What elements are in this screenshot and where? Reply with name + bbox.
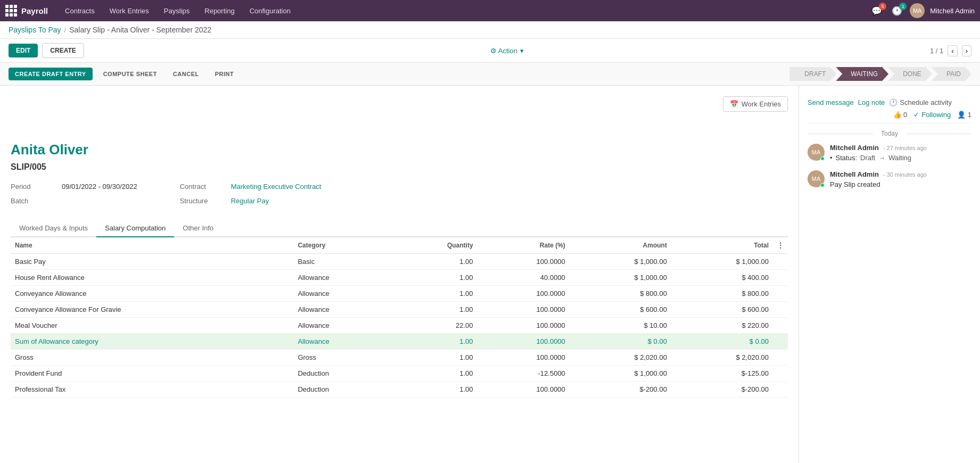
app-logo[interactable]: Payroll bbox=[5, 5, 48, 16]
slip-number: SLIP/005 bbox=[11, 162, 788, 172]
status-bar: CREATE DRAFT ENTRY COMPUTE SHEET CANCEL … bbox=[0, 63, 980, 86]
bullet-icon: • bbox=[830, 154, 833, 162]
send-message-button[interactable]: Send message bbox=[808, 98, 854, 106]
today-divider: Today bbox=[808, 130, 971, 137]
step-draft[interactable]: DRAFT bbox=[789, 67, 836, 81]
cell-name: Conveyance Allowance For Gravie bbox=[11, 302, 293, 318]
tab-other-info[interactable]: Other Info bbox=[174, 220, 222, 237]
step-paid[interactable]: PAID bbox=[932, 67, 971, 81]
col-header-amount: Amount bbox=[570, 237, 671, 254]
cell-category: Deduction bbox=[293, 366, 392, 382]
structure-link[interactable]: Regular Pay bbox=[231, 197, 269, 205]
edit-button[interactable]: EDIT bbox=[9, 44, 38, 57]
left-panel: 📅 Work Entries Anita Oliver SLIP/005 Per… bbox=[0, 86, 799, 463]
cell-rate: 100.0000 bbox=[477, 350, 570, 366]
cell-total: $-125.00 bbox=[671, 366, 773, 382]
cell-rate: 40.0000 bbox=[477, 270, 570, 286]
contract-link[interactable]: Marketing Executive Contract bbox=[231, 183, 322, 191]
following-label: Following bbox=[921, 111, 951, 119]
message-body: Pay Slip created bbox=[830, 180, 971, 188]
app-name: Payroll bbox=[21, 6, 48, 15]
row-actions bbox=[773, 270, 788, 286]
cell-name: Conveyance Allowance bbox=[11, 286, 293, 302]
compute-sheet-button[interactable]: COMPUTE SHEET bbox=[98, 68, 162, 80]
step-done[interactable]: DONE bbox=[888, 67, 932, 81]
schedule-activity-button[interactable]: 🕐 Schedule activity bbox=[889, 98, 952, 106]
action-dropdown[interactable]: ⚙ Action ▾ bbox=[490, 47, 524, 55]
clock-icon: 🕐 bbox=[889, 98, 897, 106]
cell-quantity: 1.00 bbox=[392, 366, 477, 382]
likes-count: 0 bbox=[903, 111, 907, 119]
row-actions bbox=[773, 318, 788, 334]
cell-amount: $-200.00 bbox=[570, 382, 671, 398]
cell-amount: $ 0.00 bbox=[570, 334, 671, 350]
cell-total: $ 400.00 bbox=[671, 270, 773, 286]
period-label: Period bbox=[11, 183, 53, 191]
prev-page-button[interactable]: ‹ bbox=[948, 45, 957, 56]
create-draft-entry-button[interactable]: CREATE DRAFT ENTRY bbox=[9, 68, 93, 80]
work-entries-button[interactable]: 📅 Work Entries bbox=[723, 96, 788, 112]
cell-name[interactable]: Sum of Allowance category bbox=[11, 334, 293, 350]
messages-button[interactable]: 💬5 bbox=[869, 4, 884, 18]
tabs: Worked Days & Inputs Salary Computation … bbox=[11, 220, 788, 237]
message-content: Mitchell Admin - 30 minutes ago Pay Slip… bbox=[830, 170, 971, 188]
nav-item-contracts[interactable]: Contracts bbox=[59, 4, 101, 18]
tab-worked-days[interactable]: Worked Days & Inputs bbox=[11, 220, 96, 237]
cell-quantity: 1.00 bbox=[392, 302, 477, 318]
nav-item-payslips[interactable]: Payslips bbox=[158, 4, 196, 18]
info-left: Period 09/01/2022 - 09/30/2022 Batch bbox=[11, 183, 137, 209]
cell-quantity: 22.00 bbox=[392, 318, 477, 334]
create-button[interactable]: CREATE bbox=[42, 43, 84, 58]
table-row: House Rent Allowance Allowance 1.00 40.0… bbox=[11, 270, 788, 286]
likes-area[interactable]: 👍 0 bbox=[893, 111, 907, 119]
message-time: - 30 minutes ago bbox=[883, 171, 927, 178]
tab-salary-computation[interactable]: Salary Computation bbox=[96, 220, 174, 237]
cell-category: Basic bbox=[293, 254, 392, 270]
workflow-steps: DRAFT WAITING DONE PAID bbox=[790, 67, 971, 81]
col-header-rate: Rate (%) bbox=[477, 237, 570, 254]
cell-rate: 100.0000 bbox=[477, 286, 570, 302]
check-icon: ✓ bbox=[913, 111, 919, 119]
breadcrumb-current: Salary Slip - Anita Oliver - September 2… bbox=[69, 26, 211, 34]
print-button[interactable]: PRINT bbox=[210, 68, 240, 80]
message-author: Mitchell Admin bbox=[830, 144, 879, 152]
message-item: MA Mitchell Admin - 30 minutes ago Pay S… bbox=[808, 170, 971, 188]
nav-item-work-entries[interactable]: Work Entries bbox=[103, 4, 155, 18]
cell-rate: 100.0000 bbox=[477, 382, 570, 398]
cell-name: Provident Fund bbox=[11, 366, 293, 382]
nav-item-reporting[interactable]: Reporting bbox=[198, 4, 241, 18]
step-waiting[interactable]: WAITING bbox=[836, 67, 888, 81]
cell-total: $ 1,000.00 bbox=[671, 254, 773, 270]
cell-amount: $ 1,000.00 bbox=[570, 270, 671, 286]
cell-total: $ 600.00 bbox=[671, 302, 773, 318]
cell-name: Professional Tax bbox=[11, 382, 293, 398]
row-actions bbox=[773, 334, 788, 350]
row-actions bbox=[773, 382, 788, 398]
grid-icon bbox=[5, 5, 17, 16]
cell-amount: $ 10.00 bbox=[570, 318, 671, 334]
following-button[interactable]: ✓ Following bbox=[913, 111, 951, 119]
avatar: MA bbox=[808, 170, 825, 187]
activity-button[interactable]: 🕐1 bbox=[890, 4, 904, 18]
cancel-button[interactable]: CANCEL bbox=[168, 68, 204, 80]
breadcrumb: Payslips To Pay / Salary Slip - Anita Ol… bbox=[0, 21, 980, 39]
cell-total: $ 2,020.00 bbox=[671, 350, 773, 366]
breadcrumb-parent[interactable]: Payslips To Pay bbox=[9, 26, 61, 34]
cell-category: Allowance bbox=[293, 270, 392, 286]
nav-item-configuration[interactable]: Configuration bbox=[243, 4, 297, 18]
cell-amount: $ 600.00 bbox=[570, 302, 671, 318]
user-name[interactable]: Mitchell Admin bbox=[930, 7, 975, 15]
online-indicator bbox=[820, 156, 825, 161]
cell-name: Gross bbox=[11, 350, 293, 366]
avatar: MA bbox=[808, 144, 825, 161]
batch-label: Batch bbox=[11, 197, 53, 205]
calendar-icon: 📅 bbox=[730, 100, 738, 108]
log-note-button[interactable]: Log note bbox=[858, 98, 885, 106]
cell-quantity: 1.00 bbox=[392, 270, 477, 286]
next-page-button[interactable]: › bbox=[962, 45, 971, 56]
col-header-actions: ⋮ bbox=[773, 237, 788, 254]
action-bar: EDIT CREATE ⚙ Action ▾ 1 / 1 ‹ › bbox=[0, 39, 980, 63]
cell-category: Allowance bbox=[293, 302, 392, 318]
table-row: Gross Gross 1.00 100.0000 $ 2,020.00 $ 2… bbox=[11, 350, 788, 366]
cell-rate: 100.0000 bbox=[477, 334, 570, 350]
